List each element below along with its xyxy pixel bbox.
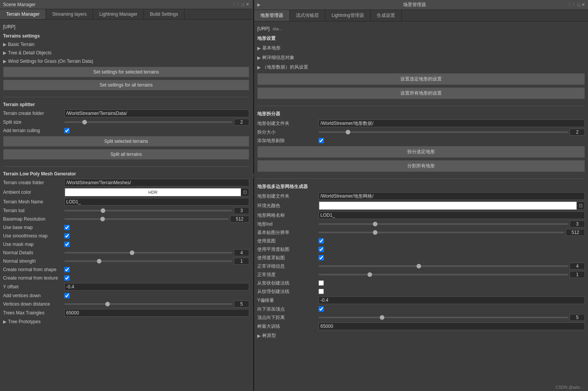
left-use-mask-checkbox[interactable] xyxy=(64,242,70,247)
left-basic-terrain-header[interactable]: ▶ Basic Terrain xyxy=(3,40,249,49)
left-split-all-button[interactable]: Split all terrains xyxy=(3,149,249,160)
left-mesh-name-row: Terrain Mesh Name xyxy=(3,197,249,206)
left-mesh-name-input[interactable] xyxy=(64,198,249,206)
right-use-base-map-label: 使用底图 xyxy=(257,238,318,244)
right-y-offset-input[interactable] xyxy=(318,296,585,304)
left-add-vertices-checkbox[interactable] xyxy=(64,293,70,298)
right-mesh-gen-title: 地形低多边形网格生成器 xyxy=(257,181,585,191)
right-mesh-name-input[interactable] xyxy=(318,211,585,219)
right-tab-lightning[interactable]: Lightning管理器 xyxy=(325,10,371,21)
right-normal-strength-label: 正常强度 xyxy=(257,272,318,278)
tab-lightning-manager[interactable]: Lightning Manager xyxy=(93,9,144,19)
left-set-all-terrains-button[interactable]: Set settings for all terrains xyxy=(3,80,249,90)
left-use-mask-label: Use mask map xyxy=(3,242,64,247)
right-set-selected-terrains-button[interactable]: 设置选定地形的设置 xyxy=(257,73,585,85)
right-basic-terrain-header[interactable]: ▶ 基本地形 xyxy=(257,43,585,53)
right-basic-terrain-arrow: ▶ xyxy=(257,46,261,51)
right-basemap-res-row: 基本贴图分辨率 512 xyxy=(257,228,585,237)
right-create-folder-label: 地形创建文件夹 xyxy=(257,120,318,127)
right-add-vertices-checkbox[interactable] xyxy=(318,306,324,312)
right-tab-build[interactable]: 生成设置 xyxy=(371,10,402,21)
right-split-selected-button[interactable]: 拆分选定地形 xyxy=(257,146,585,158)
left-hdr-label: HDR xyxy=(149,190,158,195)
left-terrain-lod-label: Terrain lod xyxy=(3,208,64,213)
left-terrain-lod-slider[interactable] xyxy=(64,210,232,211)
right-use-mask-checkbox[interactable] xyxy=(318,255,324,260)
left-vertices-distance-slider[interactable] xyxy=(64,303,232,305)
right-tree-detail-label: 树详细信息对象 xyxy=(262,54,294,61)
left-tree-detail-header[interactable]: ▶ Tree & Detail Objects xyxy=(3,49,249,57)
left-use-base-map-checkbox[interactable] xyxy=(64,225,70,230)
left-maximize-icon[interactable]: □ xyxy=(242,2,244,7)
left-create-folder-input[interactable] xyxy=(64,110,249,117)
right-menu-icon[interactable]: ⋮⋮ xyxy=(567,2,576,7)
left-terrain-lod-slider-wrapper: 3 xyxy=(64,207,249,214)
right-wind-settings-header[interactable]: ▶ （地形数据）的风设置 xyxy=(257,62,585,72)
right-create-folder-input[interactable] xyxy=(318,119,585,127)
left-basemap-res-slider-wrapper: 512 xyxy=(64,216,249,222)
left-trees-max-row: Trees Max Traingles xyxy=(3,308,249,317)
left-ambient-color-input[interactable]: HDR ⊡ xyxy=(64,188,249,196)
left-split-selected-button[interactable]: Split selected terrains xyxy=(3,136,249,147)
left-mesh-create-folder-input[interactable] xyxy=(64,179,249,187)
left-divider-1 xyxy=(3,97,249,97)
right-set-all-terrains-button[interactable]: 设置所有地形的设置 xyxy=(257,87,585,99)
right-use-smoothness-row: 使用平滑度贴图 xyxy=(257,245,585,254)
right-create-normal-shape-checkbox[interactable] xyxy=(318,280,324,286)
left-hdr-picker-icon[interactable]: ⊡ xyxy=(241,190,249,195)
right-use-base-map-checkbox[interactable] xyxy=(318,238,324,244)
tab-terrain-manager[interactable]: Terrain Manager xyxy=(0,9,46,19)
right-normal-strength-slider[interactable] xyxy=(318,274,568,275)
right-basemap-res-slider-wrapper: 512 xyxy=(318,229,585,236)
right-maximize-icon[interactable]: □ xyxy=(577,3,580,7)
left-set-selected-terrains-button[interactable]: Set settings for selected terrains xyxy=(3,67,249,77)
right-tab-terrain-manager[interactable]: 地形管理器 xyxy=(254,10,290,21)
left-use-smoothness-checkbox[interactable] xyxy=(64,233,70,239)
left-mesh-create-folder-label: Terrain create folder xyxy=(3,180,64,185)
right-create-normal-shape-row: 从形状创建法线 xyxy=(257,279,585,287)
right-package-label: cka... xyxy=(273,27,282,31)
right-use-smoothness-checkbox[interactable] xyxy=(318,247,324,252)
right-basemap-res-slider[interactable] xyxy=(318,232,564,233)
left-use-mask-row: Use mask map xyxy=(3,240,249,249)
left-basemap-res-slider[interactable] xyxy=(64,218,229,220)
left-ambient-color-label: Ambient color xyxy=(3,190,64,195)
left-wind-settings-header[interactable]: ▶ Wind Settings for Grass (On Terrain Da… xyxy=(3,57,249,65)
left-create-normal-shape-checkbox[interactable] xyxy=(64,267,70,272)
tab-streaming-layers[interactable]: Streaming layers xyxy=(46,9,93,19)
left-y-offset-input[interactable] xyxy=(64,283,249,291)
left-tree-prototypes-header[interactable]: ▶ Tree Prototypes xyxy=(3,317,249,326)
right-tree-prototypes-header[interactable]: ▶ 树原型 xyxy=(257,331,585,340)
left-menu-icon[interactable]: ⋮⋮ xyxy=(232,2,240,7)
right-create-normal-texture-checkbox[interactable] xyxy=(318,289,324,294)
right-tab-streaming[interactable]: 流式传输层 xyxy=(290,10,325,21)
left-culling-checkbox[interactable] xyxy=(64,128,70,133)
left-split-size-row: Split size 2 xyxy=(3,118,249,126)
left-mesh-gen-title: Terrain Low Poly Mesh Generator xyxy=(3,169,249,178)
right-ambient-color-input[interactable]: ⊡ xyxy=(318,201,585,210)
right-split-all-button[interactable]: 分割所有地形 xyxy=(257,160,585,172)
left-split-size-slider[interactable] xyxy=(64,121,232,123)
left-trees-max-input[interactable] xyxy=(64,309,249,317)
right-split-size-slider[interactable] xyxy=(318,131,568,133)
right-use-mask-label: 使用遮罩贴图 xyxy=(257,255,318,261)
left-normal-strength-slider[interactable] xyxy=(64,260,232,262)
right-tree-detail-arrow: ▶ xyxy=(257,55,261,61)
right-close-icon[interactable]: ✕ xyxy=(581,2,585,7)
left-normal-details-slider[interactable] xyxy=(64,252,232,254)
left-create-normal-texture-checkbox[interactable] xyxy=(64,275,70,281)
right-normal-details-slider[interactable] xyxy=(318,265,568,267)
right-mesh-create-folder-input[interactable] xyxy=(318,192,585,200)
right-add-vertices-label: 向下添加顶点 xyxy=(257,306,318,312)
right-culling-checkbox[interactable] xyxy=(318,138,324,143)
right-tree-detail-header[interactable]: ▶ 树详细信息对象 xyxy=(257,53,585,62)
left-basic-terrain-arrow: ▶ xyxy=(3,42,7,47)
right-hdr-picker-icon[interactable]: ⊡ xyxy=(577,203,585,208)
right-vertices-distance-slider[interactable] xyxy=(318,317,568,318)
right-terrain-lod-slider[interactable] xyxy=(318,223,568,225)
right-wind-label: （地形数据）的风设置 xyxy=(262,64,308,70)
left-close-icon[interactable]: ✕ xyxy=(246,2,249,7)
tab-build-settings[interactable]: Build Settings xyxy=(144,9,185,19)
left-basemap-res-value: 512 xyxy=(230,216,249,222)
right-trees-max-input[interactable] xyxy=(318,322,585,330)
